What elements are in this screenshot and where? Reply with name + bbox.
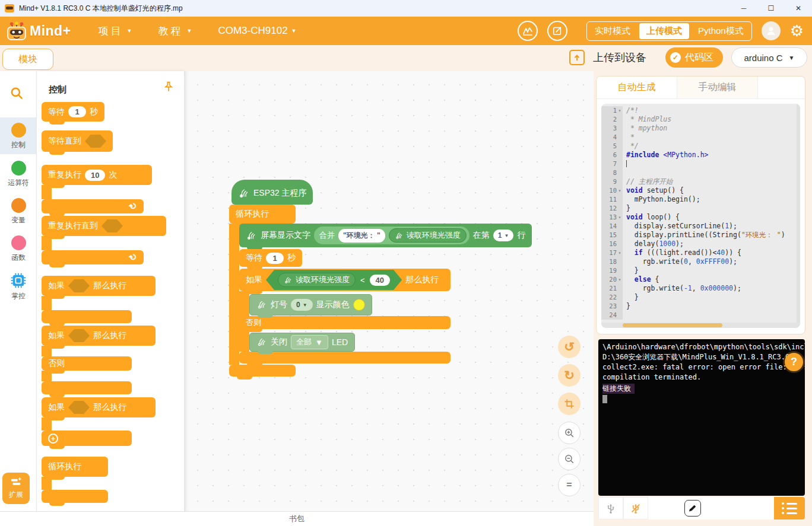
condition-less-than[interactable]: 读取环境光强度 < 40 <box>266 270 402 290</box>
sidebar-item-variables[interactable]: 变量 <box>0 194 37 229</box>
zoom-in-button[interactable] <box>558 422 581 444</box>
backpack-label[interactable]: 书包 <box>289 514 304 524</box>
scrollbar-thumb[interactable] <box>623 323 722 327</box>
user-avatar[interactable] <box>762 21 781 40</box>
join-operator[interactable]: 合并 "环境光： " 读取环境光强度 <box>314 227 470 244</box>
tab-auto-generate[interactable]: 自动生成 <box>597 76 677 98</box>
palette-block-if-else[interactable]: 如果 那么执行 否则 <box>42 326 156 394</box>
palette-block-repeat-until[interactable]: 重复执行直到 ↻ <box>42 216 166 264</box>
boolean-input-slot[interactable] <box>102 219 123 232</box>
pin-icon[interactable] <box>163 81 175 96</box>
close-button[interactable]: ✕ <box>785 0 812 17</box>
line-number-gutter[interactable]: 16 ▾ <box>601 240 623 248</box>
reporter-read-ambient-light[interactable]: 读取环境光强度 <box>278 273 356 287</box>
block-led-show-color[interactable]: 灯号 0▼ 显示颜色 <box>249 294 372 315</box>
menu-project[interactable]: 项目▼ <box>99 24 132 38</box>
fold-arrow-icon[interactable]: ▾ <box>617 213 623 222</box>
line-number-gutter[interactable]: 24 ▾ <box>601 311 623 320</box>
sidebar-item-board[interactable]: 掌控 <box>0 269 37 304</box>
boolean-input-slot[interactable] <box>68 329 90 342</box>
block-led-off[interactable]: 关闭 全部▼ LED <box>249 333 355 352</box>
block-workspace[interactable]: ESP32 主程序 循环执行 屏幕显示文字 合并 "环境光： " 读取环境 <box>184 71 594 511</box>
led-number-dropdown[interactable]: 0▼ <box>291 299 313 311</box>
screenshot-crop-button[interactable] <box>558 393 581 415</box>
number-input[interactable]: 1 <box>266 253 284 264</box>
palette-block-wait[interactable]: 等待 1 秒 <box>42 102 104 122</box>
line-number-gutter[interactable]: 18 ▾ <box>601 257 623 266</box>
console-menu-button[interactable] <box>774 497 805 519</box>
visualization-button[interactable] <box>518 21 538 41</box>
line-number-gutter[interactable]: 5 ▾ <box>601 142 623 151</box>
palette-block-forever[interactable]: 循环执行 <box>42 457 108 503</box>
fold-arrow-icon[interactable]: ▾ <box>617 186 623 195</box>
boolean-input-slot[interactable] <box>68 401 90 414</box>
palette-block-if-then[interactable]: 如果 那么执行 <box>42 276 156 323</box>
tab-manual-edit[interactable]: 手动编辑 <box>677 76 758 98</box>
line-number-gutter[interactable]: 12 ▾ <box>601 204 623 213</box>
clear-console-button[interactable] <box>684 500 701 517</box>
number-input[interactable]: 1 <box>68 106 86 117</box>
reset-zoom-button[interactable]: = <box>558 474 581 496</box>
line-number-gutter[interactable]: 9 ▾ <box>601 177 623 186</box>
line-number-gutter[interactable]: 14 ▾ <box>601 222 623 231</box>
mode-realtime[interactable]: 实时模式 <box>587 23 638 40</box>
compile-console[interactable]: \Arduino\hardware\dfrobot\mpython\tools\… <box>598 339 805 496</box>
palette-block-wait-until[interactable]: 等待直到 <box>42 130 113 152</box>
code-editor[interactable]: 1 ▾ /*! 2 ▾ * MindPlus <box>601 104 800 328</box>
sidebar-item-control[interactable]: 控制 <box>0 119 37 154</box>
boolean-input-slot[interactable] <box>85 135 106 148</box>
extensions-button[interactable]: 扩展 <box>2 473 30 504</box>
line-number-gutter[interactable]: 20 ▾ <box>601 275 623 284</box>
block-palette[interactable]: 控制 等待 1 秒 等待直到 重复执行 10 次 ↻ 重复执行 <box>37 71 184 511</box>
line-number-gutter[interactable]: 17 ▾ <box>601 248 623 257</box>
line-number-gutter[interactable]: 8 ▾ <box>601 168 623 177</box>
fold-arrow-icon[interactable]: ▾ <box>617 275 623 284</box>
color-picker-swatch[interactable] <box>353 299 365 311</box>
zoom-out-button[interactable] <box>558 448 581 470</box>
usb-disconnect-button[interactable] <box>623 497 648 519</box>
code-area-toggle[interactable]: ✓ 代码区 <box>665 47 723 68</box>
help-button[interactable]: ? <box>785 353 803 371</box>
fold-arrow-icon[interactable]: ▾ <box>617 106 623 115</box>
block-display-text[interactable]: 屏幕显示文字 合并 "环境光： " 读取环境光强度 在第 1▼ 行 <box>239 224 532 247</box>
line-number-gutter[interactable]: 19 ▾ <box>601 266 623 275</box>
text-input[interactable]: "环境光： " <box>338 229 385 243</box>
menu-tutorial[interactable]: 教程▼ <box>158 24 192 38</box>
sidebar-item-operators[interactable]: 运算符 <box>0 157 37 192</box>
board-language-select[interactable]: arduino C▼ <box>731 47 807 68</box>
search-icon[interactable] <box>9 85 24 103</box>
mode-python[interactable]: Python模式 <box>690 23 751 40</box>
line-number-gutter[interactable]: 2 ▾ <box>601 115 623 124</box>
line-number-gutter[interactable]: 7 ▾ <box>601 160 623 168</box>
usb-connect-button[interactable] <box>598 497 623 519</box>
if-block-else-bar[interactable]: 否则 <box>239 316 451 329</box>
line-number-gutter[interactable]: 21 ▾ <box>601 284 623 293</box>
line-number-gutter[interactable]: 3 ▾ <box>601 124 623 133</box>
sidebar-item-functions[interactable]: 函数 <box>0 231 37 267</box>
line-number-gutter[interactable]: 4 ▾ <box>601 133 623 142</box>
line-number-gutter[interactable]: 1 ▾ <box>601 106 623 115</box>
line-number-gutter[interactable]: 15 ▾ <box>601 231 623 240</box>
edit-project-button[interactable] <box>547 21 567 41</box>
upload-to-device-label[interactable]: 上传到设备 <box>593 50 646 65</box>
line-number-gutter[interactable]: 11 ▾ <box>601 195 623 204</box>
add-branch-icon[interactable]: + <box>48 433 58 444</box>
block-wait-1s[interactable]: 等待 1 秒 <box>239 249 302 267</box>
tab-modules[interactable]: 模块 <box>2 49 53 70</box>
line-number-gutter[interactable]: 13 ▾ <box>601 213 623 222</box>
line-number-gutter[interactable]: 6 ▾ <box>601 151 623 160</box>
line-number-gutter[interactable]: 23 ▾ <box>601 302 623 311</box>
if-block-top[interactable]: 如果 读取环境光强度 < 40 那么执行 <box>239 269 451 291</box>
number-input[interactable]: 40 <box>370 275 390 286</box>
line-number-dropdown[interactable]: 1▼ <box>493 229 514 241</box>
line-number-gutter[interactable]: 10 ▾ <box>601 186 623 195</box>
led-scope-dropdown[interactable]: 全部▼ <box>291 335 328 349</box>
mode-upload[interactable]: 上传模式 <box>639 23 689 39</box>
palette-block-repeat-times[interactable]: 重复执行 10 次 ↻ <box>42 165 152 213</box>
boolean-input-slot[interactable] <box>68 279 90 292</box>
minimize-button[interactable]: ─ <box>730 0 757 17</box>
fold-arrow-icon[interactable]: ▾ <box>617 248 623 257</box>
forever-block-bottom[interactable] <box>229 365 296 377</box>
forever-block-top[interactable]: 循环执行 <box>229 205 296 224</box>
number-input[interactable]: 10 <box>85 170 105 181</box>
